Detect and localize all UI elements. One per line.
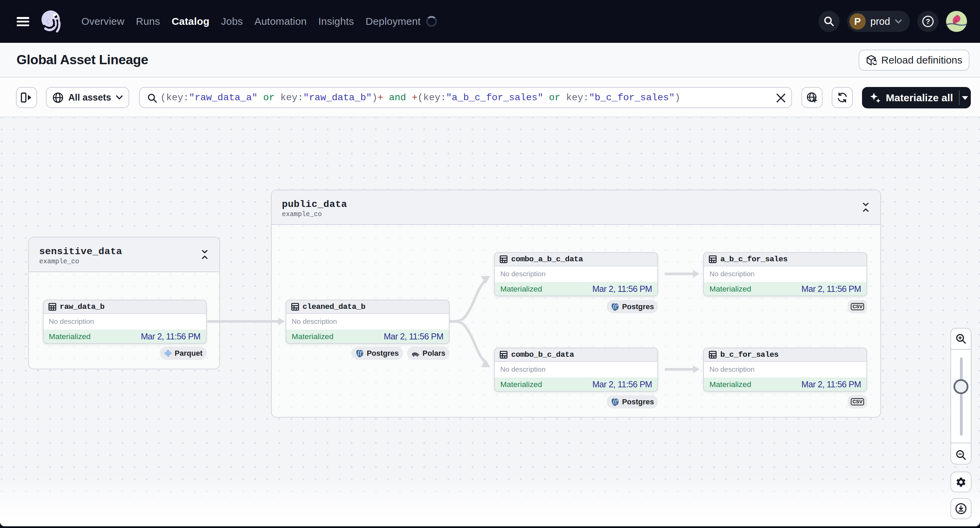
svg-text:?: ? [926, 17, 930, 25]
